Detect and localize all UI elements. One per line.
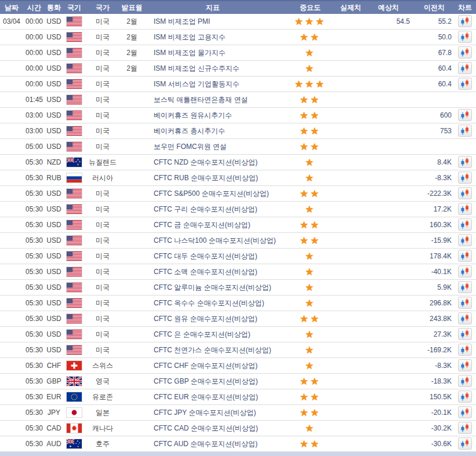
candlestick-chart-button[interactable]: [458, 172, 472, 184]
cell-time: 05:30: [23, 236, 45, 245]
cell-currency: USD: [45, 268, 63, 276]
cell-currency: EUR: [45, 393, 63, 401]
candlestick-chart-button[interactable]: [458, 265, 472, 278]
cell-previous: -30.2K: [415, 424, 454, 432]
star-rating-icon: ★★: [300, 111, 321, 121]
cell-flag: [63, 439, 86, 449]
cell-country: 미국: [86, 330, 119, 340]
candlestick-chart-button[interactable]: [458, 312, 472, 324]
country-flag-icon: [66, 407, 82, 418]
candlestick-chart-button[interactable]: [458, 156, 472, 168]
table-row: 03/04 00:00 USD 미국 2월 ISM 비제조업 PMI ★★★ 5…: [0, 14, 476, 30]
cell-importance: ★★: [281, 408, 339, 418]
cell-flag: [63, 157, 86, 167]
cell-importance: ★: [281, 48, 339, 58]
candlestick-chart-button[interactable]: [458, 15, 472, 27]
candlestick-chart-button[interactable]: [458, 109, 472, 121]
cell-indicator: CFTC EUR 순매수포지션(비상업): [144, 392, 281, 402]
cell-country: 미국: [86, 283, 119, 293]
cell-currency: USD: [45, 221, 63, 229]
col-header-actual: 실제치: [339, 3, 362, 13]
cell-currency: USD: [45, 283, 63, 291]
cell-chart: [454, 125, 476, 137]
cell-currency: CHF: [45, 362, 63, 370]
candlestick-chart-button[interactable]: [458, 297, 472, 309]
table-row: 05:30 USD 미국 CFTC 옥수수 순매수포지션(비상업) ★ 296.…: [0, 296, 476, 311]
country-flag-icon: [66, 220, 82, 230]
cell-country: 미국: [86, 298, 119, 308]
candlestick-chart-button[interactable]: [458, 250, 472, 262]
horizontal-scrollbar[interactable]: [0, 452, 476, 456]
cell-chart: [454, 234, 476, 247]
cell-currency: JPY: [45, 408, 63, 417]
candlestick-chart-button[interactable]: [458, 375, 472, 387]
country-flag-icon: [66, 141, 82, 152]
cell-flag: [63, 204, 86, 214]
star-rating-icon: ★: [305, 158, 315, 167]
cell-time: 05:30: [23, 315, 45, 323]
candlestick-chart-button[interactable]: [458, 328, 472, 340]
col-header-flag: 국기: [63, 3, 86, 13]
cell-previous: -222.3K: [415, 189, 454, 198]
candlestick-chart-button[interactable]: [458, 422, 472, 434]
table-row: 03:00 USD 미국 베이커휴즈 총시추기수 ★★ 753: [0, 123, 476, 139]
table-row: 05:00 USD 미국 보우먼 FOMC위원 연설 ★★: [0, 139, 476, 155]
cell-importance: ★★: [281, 392, 339, 402]
candlestick-chart-button[interactable]: [458, 62, 472, 74]
cell-previous: -8.3K: [415, 362, 454, 370]
cell-time: 05:30: [23, 299, 45, 307]
cell-currency: USD: [45, 346, 63, 354]
cell-chart: [454, 109, 476, 122]
candlestick-chart-button[interactable]: [458, 391, 472, 403]
cell-chart: [454, 250, 476, 262]
candlestick-chart-button[interactable]: [458, 203, 472, 215]
cell-country: 미국: [86, 205, 119, 214]
cell-chart: [454, 297, 476, 309]
cell-flag: [63, 173, 86, 183]
cell-chart: [454, 46, 476, 59]
country-flag-icon: [66, 360, 82, 371]
cell-flag: [63, 110, 86, 121]
candlestick-chart-button[interactable]: [458, 78, 472, 90]
cell-indicator: CFTC 금 순매수포지션(비상업): [144, 220, 281, 230]
cell-country: 미국: [86, 17, 119, 27]
candlestick-chart-button[interactable]: [458, 406, 472, 418]
candlestick-chart-button[interactable]: [458, 187, 472, 199]
country-flag-icon: [66, 32, 82, 42]
cell-currency: USD: [45, 189, 63, 198]
cell-importance: ★★: [281, 126, 339, 136]
cell-flag: [63, 16, 86, 27]
candlestick-chart-button[interactable]: [458, 359, 472, 371]
country-flag-icon: [66, 79, 82, 89]
candlestick-chart-button[interactable]: [458, 281, 472, 293]
country-flag-icon: [66, 423, 82, 433]
cell-flag: [63, 188, 86, 199]
cell-country: 미국: [86, 126, 119, 136]
country-flag-icon: [66, 329, 82, 340]
cell-currency: USD: [45, 33, 63, 41]
country-flag-icon: [66, 345, 82, 355]
cell-importance: ★★: [281, 314, 339, 324]
cell-importance: ★: [281, 64, 339, 74]
cell-importance: ★: [281, 158, 339, 167]
candlestick-chart-button[interactable]: [458, 46, 472, 59]
candlestick-chart-button[interactable]: [458, 437, 472, 450]
star-rating-icon: ★: [305, 330, 315, 340]
candlestick-chart-button[interactable]: [458, 344, 472, 356]
cell-indicator: CFTC 원유 순매수포지션(비상업): [144, 314, 281, 324]
table-row: 05:30 RUB 러시아 CFTC RUB 순매수포지션(비상업) ★ -8.…: [0, 170, 476, 186]
candlestick-chart-button[interactable]: [458, 125, 472, 137]
col-header-forecast: 예상치: [362, 3, 415, 13]
table-row: 05:30 JPY 일본 CFTC JPY 순매수포지션(비상업) ★★ -20…: [0, 405, 476, 421]
candlestick-chart-button[interactable]: [458, 234, 472, 246]
star-rating-icon: ★: [305, 361, 315, 371]
col-header-month: 발표월: [119, 3, 144, 13]
candlestick-chart-button[interactable]: [458, 218, 472, 231]
cell-flag: [63, 251, 86, 261]
cell-flag: [63, 360, 86, 371]
col-header-country: 국가: [86, 3, 119, 13]
cell-currency: RUB: [45, 174, 63, 182]
cell-chart: [454, 344, 476, 356]
cell-country: 러시아: [86, 173, 119, 183]
candlestick-chart-button[interactable]: [458, 31, 472, 43]
